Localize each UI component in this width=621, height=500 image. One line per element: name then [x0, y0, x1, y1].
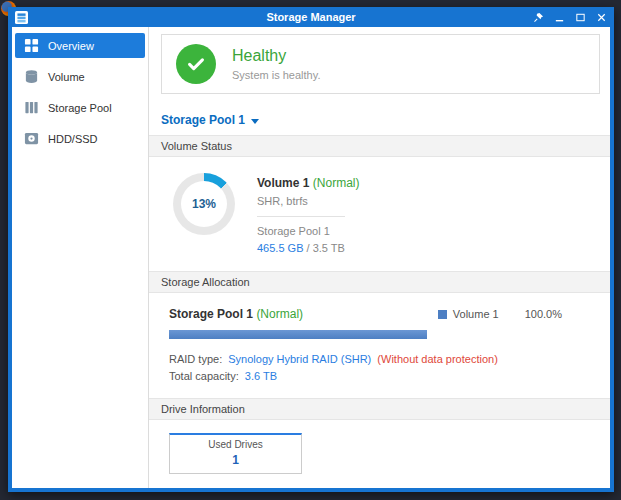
- volume-disc-icon: [24, 69, 39, 84]
- volume-state: (Normal): [313, 176, 360, 190]
- sidebar-item-overview[interactable]: Overview: [15, 33, 145, 58]
- divider: [257, 216, 345, 217]
- maximize-icon[interactable]: [574, 11, 586, 23]
- hdd-drive-icon: [24, 131, 39, 146]
- sidebar-item-hdd-ssd[interactable]: HDD/SSD: [15, 126, 145, 151]
- section-header-volume-status: Volume Status: [149, 135, 610, 157]
- volume-total-space: / 3.5 TB: [307, 242, 345, 254]
- health-status-title: Healthy: [232, 47, 320, 65]
- allocation-pool-state: (Normal): [256, 307, 303, 321]
- volume-pool-name: Storage Pool 1: [257, 225, 359, 237]
- allocation-legend: Volume 1 100.0%: [438, 308, 562, 320]
- allocation-bar: [169, 330, 427, 339]
- main-content: Healthy System is healthy. Storage Pool …: [149, 27, 610, 488]
- volume-usage-donut: 13%: [173, 173, 235, 235]
- close-icon[interactable]: [595, 11, 607, 23]
- sidebar-item-label: Overview: [48, 40, 94, 52]
- storage-pool-selector[interactable]: Storage Pool 1: [149, 104, 271, 135]
- raid-type-label: RAID type:: [169, 353, 222, 365]
- raid-protection-warning: (Without data protection): [377, 353, 497, 365]
- storage-pool-selector-label: Storage Pool 1: [161, 113, 245, 127]
- window-title: Storage Manager: [8, 11, 614, 23]
- storage-allocation-section: Storage Pool 1 (Normal) Volume 1 100.0%: [149, 293, 610, 398]
- legend-volume-name: Volume 1: [453, 308, 499, 320]
- section-header-storage-allocation: Storage Allocation: [149, 271, 610, 293]
- used-drives-label: Used Drives: [170, 439, 301, 450]
- storage-manager-app-icon: [15, 11, 28, 24]
- volume-info: Volume 1 (Normal) SHR, btrfs Storage Poo…: [257, 173, 359, 254]
- donut-hole: 13%: [181, 181, 227, 227]
- total-capacity-value: 3.6 TB: [245, 370, 277, 382]
- raid-type-link[interactable]: Synology Hybrid RAID (SHR): [228, 353, 371, 365]
- used-drives-count: 1: [170, 453, 301, 467]
- overview-grid-icon: [24, 38, 39, 53]
- volume-name: Volume 1: [257, 176, 309, 190]
- allocation-pool-name: Storage Pool 1: [169, 307, 253, 321]
- chevron-down-icon: [251, 119, 259, 124]
- section-header-drive-information: Drive Information: [149, 398, 610, 420]
- sidebar: Overview Volume Storage Pool: [12, 27, 149, 488]
- legend-swatch-volume1: [438, 310, 447, 319]
- allocation-bar-fill: [169, 330, 427, 339]
- storage-manager-window: Storage Manager: [8, 7, 614, 492]
- drive-information-section: Used Drives 1 DS218: [149, 420, 610, 488]
- sidebar-item-label: Storage Pool: [48, 102, 112, 114]
- total-capacity-label: Total capacity:: [169, 370, 239, 382]
- pin-icon[interactable]: [532, 11, 544, 23]
- sidebar-item-label: Volume: [48, 71, 85, 83]
- volume-used-space: 465.5 GB: [257, 242, 303, 254]
- volume-usage-percent: 13%: [192, 197, 216, 211]
- volume-type: SHR, btrfs: [257, 195, 359, 207]
- window-titlebar[interactable]: Storage Manager: [8, 7, 614, 27]
- storage-pool-columns-icon: [24, 100, 39, 115]
- health-status-subtitle: System is healthy.: [232, 69, 320, 81]
- healthy-check-icon: [176, 44, 216, 84]
- system-health-card: Healthy System is healthy.: [161, 34, 600, 94]
- window-body: Overview Volume Storage Pool: [12, 27, 610, 488]
- legend-volume-percent: 100.0%: [525, 308, 562, 320]
- used-drives-card: Used Drives 1: [169, 433, 302, 474]
- volume-status-section: 13% Volume 1 (Normal) SHR, btrfs Storage…: [149, 157, 610, 271]
- window-controls: [532, 11, 607, 23]
- sidebar-item-volume[interactable]: Volume: [15, 64, 145, 89]
- sidebar-item-label: HDD/SSD: [48, 133, 98, 145]
- minimize-icon[interactable]: [553, 11, 565, 23]
- sidebar-item-storage-pool[interactable]: Storage Pool: [15, 95, 145, 120]
- desktop-background: Storage Manager: [0, 0, 621, 500]
